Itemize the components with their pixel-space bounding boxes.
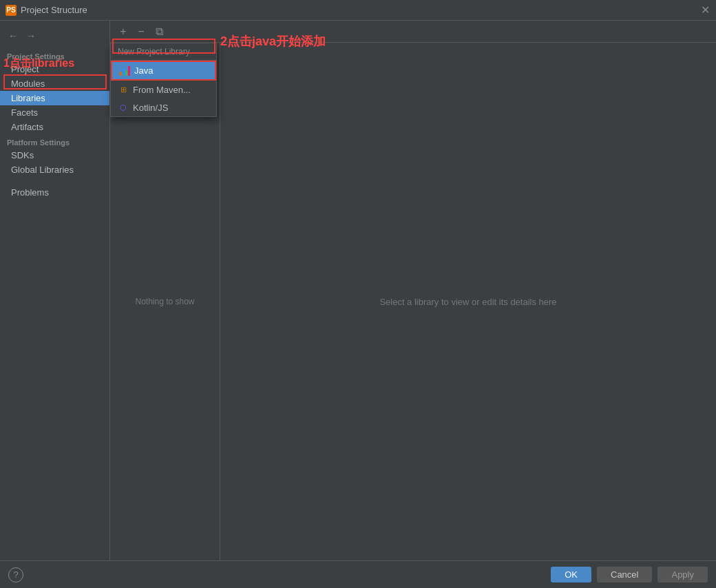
ok-button[interactable]: OK bbox=[551, 567, 591, 582]
title-bar: PS Project Structure ✕ bbox=[0, 0, 716, 21]
sidebar: ← → Project Settings Project Modules Lib… bbox=[0, 21, 110, 560]
annotation-step1: 1点击libraries bbox=[3, 56, 74, 71]
dropdown-header: New Project Library bbox=[111, 43, 216, 61]
window-title: Project Structure bbox=[21, 5, 699, 15]
dropdown-item-java[interactable]: Java bbox=[111, 61, 216, 81]
list-panel: Nothing to show bbox=[110, 43, 220, 560]
add-button[interactable]: + bbox=[116, 24, 131, 39]
dropdown-maven-label: From Maven... bbox=[133, 85, 191, 95]
copy-button[interactable]: ⧉ bbox=[151, 24, 167, 39]
list-empty-text: Nothing to show bbox=[110, 43, 220, 560]
app-icon: PS bbox=[6, 5, 17, 16]
main-layout: ← → Project Settings Project Modules Lib… bbox=[0, 21, 716, 560]
sidebar-item-problems[interactable]: Problems bbox=[0, 185, 109, 200]
help-button[interactable]: ? bbox=[8, 567, 23, 582]
dropdown-item-from-maven[interactable]: ⊞ From Maven... bbox=[111, 81, 216, 98]
bottom-bar: ? OK Cancel Apply bbox=[0, 560, 716, 588]
bottom-buttons: OK Cancel Apply bbox=[551, 567, 708, 582]
dropdown-kotlin-label: Kotlin/JS bbox=[133, 103, 168, 113]
details-panel: Select a library to view or edit its det… bbox=[220, 43, 716, 560]
back-button[interactable]: ← bbox=[6, 29, 21, 43]
close-button[interactable]: ✕ bbox=[699, 5, 710, 16]
forward-button[interactable]: → bbox=[23, 29, 39, 43]
sidebar-item-sdks[interactable]: SDKs bbox=[0, 148, 109, 162]
sidebar-item-artifacts[interactable]: Artifacts bbox=[0, 120, 109, 134]
annotation-step2: 2点击java开始添加 bbox=[220, 33, 326, 50]
cancel-button[interactable]: Cancel bbox=[597, 567, 652, 582]
details-empty-text: Select a library to view or edit its det… bbox=[379, 297, 556, 307]
dropdown-item-kotlin-js[interactable]: ⬡ Kotlin/JS bbox=[111, 98, 216, 116]
sidebar-item-global-libraries[interactable]: Global Libraries bbox=[0, 162, 109, 177]
sidebar-item-facets[interactable]: Facets bbox=[0, 105, 109, 120]
dropdown-menu: New Project Library Java ⊞ From Maven... bbox=[110, 43, 217, 117]
sidebar-nav: ← → bbox=[0, 26, 109, 48]
sidebar-item-libraries[interactable]: Libraries bbox=[0, 91, 109, 105]
apply-button[interactable]: Apply bbox=[657, 567, 708, 582]
platform-settings-label: Platform Settings bbox=[0, 134, 109, 148]
maven-icon: ⊞ bbox=[118, 84, 129, 95]
content-body: Nothing to show Select a library to view… bbox=[110, 43, 716, 560]
content-toolbar: + − ⧉ New Project Library Java ⊞ F bbox=[110, 21, 716, 43]
dropdown-java-label: Java bbox=[134, 65, 153, 76]
content-area: + − ⧉ New Project Library Java ⊞ F bbox=[110, 21, 716, 560]
java-icon bbox=[119, 66, 130, 76]
kotlin-icon: ⬡ bbox=[118, 102, 129, 113]
remove-button[interactable]: − bbox=[134, 24, 149, 39]
sidebar-item-modules[interactable]: Modules bbox=[0, 76, 109, 91]
